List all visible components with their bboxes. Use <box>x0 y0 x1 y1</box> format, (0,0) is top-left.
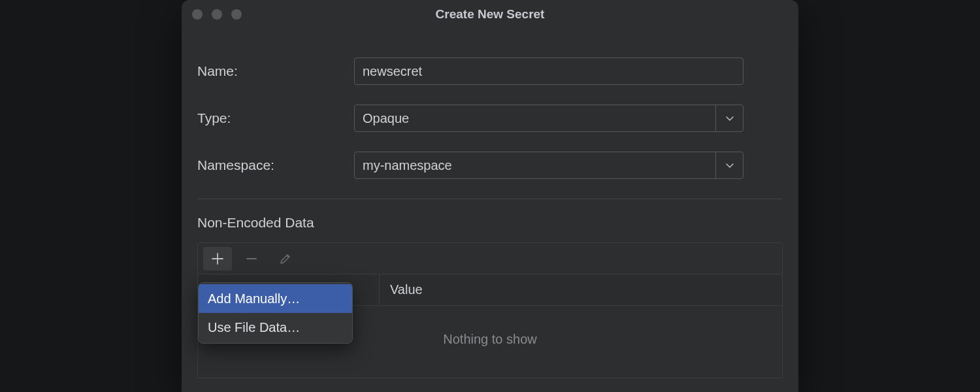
edit-button[interactable] <box>271 247 300 270</box>
remove-button[interactable] <box>237 247 266 270</box>
table-toolbar <box>198 243 782 274</box>
form: Name: Type: Opaque Namespace: my-namespa… <box>182 29 798 179</box>
maximize-window-button[interactable] <box>231 9 242 20</box>
namespace-select[interactable]: my-namespace <box>354 152 743 179</box>
type-label: Type: <box>197 110 354 126</box>
namespace-label: Namespace: <box>197 157 354 173</box>
name-input[interactable] <box>354 57 743 85</box>
add-popup-menu: Add Manually… Use File Data… <box>198 282 353 344</box>
type-row: Type: Opaque <box>197 105 783 132</box>
namespace-value: my-namespace <box>355 158 715 173</box>
plus-icon <box>211 252 224 265</box>
data-table: Name Value Nothing to show Add Manually…… <box>197 242 783 378</box>
minus-icon <box>245 252 258 265</box>
close-window-button[interactable] <box>192 9 203 20</box>
add-button[interactable] <box>203 247 232 270</box>
create-secret-dialog: Create New Secret Name: Type: Opaque Nam… <box>182 0 798 392</box>
menu-use-file-data[interactable]: Use File Data… <box>199 313 352 342</box>
section-title: Non-Encoded Data <box>182 199 798 242</box>
namespace-row: Namespace: my-namespace <box>197 152 783 179</box>
chevron-down-icon <box>715 152 743 178</box>
minimize-window-button[interactable] <box>212 9 222 20</box>
name-label: Name: <box>197 63 354 79</box>
menu-add-manually[interactable]: Add Manually… <box>199 284 352 313</box>
column-value[interactable]: Value <box>380 282 782 297</box>
type-select[interactable]: Opaque <box>354 105 743 132</box>
window-controls <box>192 9 242 20</box>
type-value: Opaque <box>355 111 715 126</box>
pencil-icon <box>279 252 292 265</box>
titlebar: Create New Secret <box>182 0 798 29</box>
chevron-down-icon <box>715 105 743 131</box>
name-row: Name: <box>197 57 783 85</box>
dialog-title: Create New Secret <box>436 7 545 22</box>
empty-text: Nothing to show <box>443 332 536 347</box>
